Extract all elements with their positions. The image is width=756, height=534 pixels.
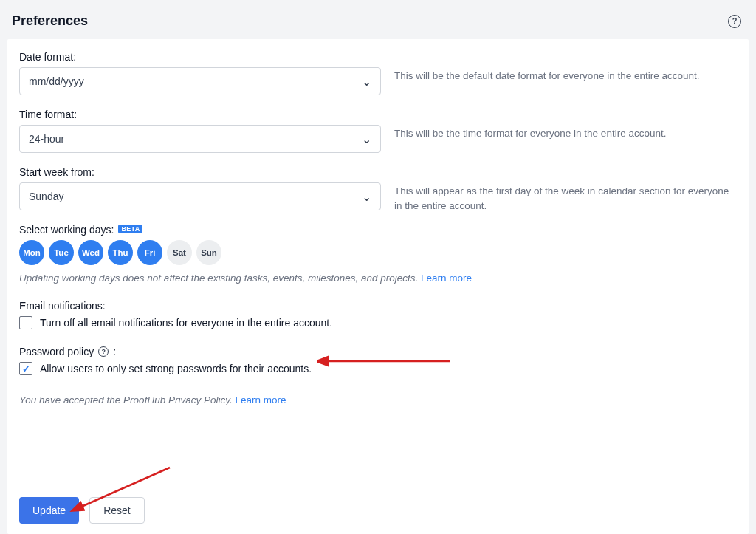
password-policy-checkbox[interactable]: ✓ xyxy=(19,362,32,375)
chevron-down-icon: ⌄ xyxy=(362,132,371,146)
email-notifications-label: Email notifications: xyxy=(19,300,737,312)
time-format-label: Time format: xyxy=(19,109,381,120)
day-toggle-mon[interactable]: Mon xyxy=(19,240,44,265)
beta-badge: BETA xyxy=(118,225,142,233)
date-format-label: Date format: xyxy=(19,51,381,63)
day-toggle-fri[interactable]: Fri xyxy=(137,240,162,265)
start-week-select[interactable]: Sunday ⌄ xyxy=(19,182,381,210)
preferences-card: Date format: mm/dd/yyyy ⌄ This will be t… xyxy=(7,39,749,534)
privacy-text: You have accepted the ProofHub Privacy P… xyxy=(19,394,737,405)
start-week-desc: This will appear as the first day of the… xyxy=(394,184,737,214)
day-toggle-tue[interactable]: Tue xyxy=(49,240,74,265)
time-format-desc: This will be the time format for everyon… xyxy=(394,126,737,141)
learn-more-link[interactable]: Learn more xyxy=(235,394,286,405)
help-icon[interactable]: ? xyxy=(98,346,109,357)
chevron-down-icon: ⌄ xyxy=(362,75,371,89)
page-title: Preferences xyxy=(12,13,88,29)
email-notifications-checkbox[interactable]: ✓ xyxy=(19,316,32,329)
help-icon[interactable]: ? xyxy=(728,15,741,28)
time-format-select[interactable]: 24-hour ⌄ xyxy=(19,125,381,153)
working-days-label: Select working days: BETA xyxy=(19,224,737,236)
password-policy-option: Allow users to only set strong passwords… xyxy=(40,363,312,374)
working-days-hint: Updating working days does not affect th… xyxy=(19,273,737,284)
learn-more-link[interactable]: Learn more xyxy=(421,273,472,284)
day-toggle-sun[interactable]: Sun xyxy=(196,240,221,265)
update-button[interactable]: Update xyxy=(19,497,79,524)
day-toggle-thu[interactable]: Thu xyxy=(108,240,133,265)
reset-button[interactable]: Reset xyxy=(89,497,145,524)
date-format-value: mm/dd/yyyy xyxy=(29,75,84,87)
date-format-desc: This will be the default date format for… xyxy=(394,69,737,83)
time-format-value: 24-hour xyxy=(29,133,64,145)
chevron-down-icon: ⌄ xyxy=(362,190,371,204)
start-week-label: Start week from: xyxy=(19,166,381,178)
email-notifications-option: Turn off all email notifications for eve… xyxy=(40,317,332,329)
working-days-row: MonTueWedThuFriSatSun xyxy=(19,240,737,265)
date-format-select[interactable]: mm/dd/yyyy ⌄ xyxy=(19,67,381,95)
password-policy-label: Password policy ? : xyxy=(19,346,737,357)
start-week-value: Sunday xyxy=(29,191,63,202)
day-toggle-wed[interactable]: Wed xyxy=(78,240,103,265)
day-toggle-sat[interactable]: Sat xyxy=(167,240,192,265)
